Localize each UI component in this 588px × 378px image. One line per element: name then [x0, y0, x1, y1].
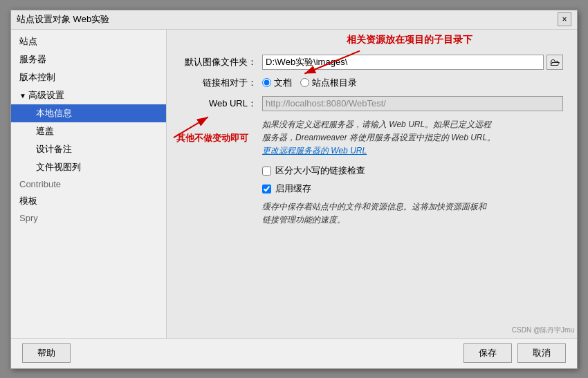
dialog-title: 站点设置对象 Web实验 [17, 13, 109, 26]
sidebar-item-contribute[interactable]: Contribute [11, 176, 166, 192]
weburl-change-link[interactable]: 更改远程服务器的 Web URL [262, 146, 367, 155]
weburl-info: 如果没有定义远程服务器，请输入 Web URL。如果已定义远程 服务器，Drea… [262, 118, 563, 158]
radio-doc-label: 文档 [274, 77, 292, 89]
checkbox-case-label: 区分大小写的链接检查 [275, 164, 365, 177]
sidebar-item-design-note[interactable]: 设计备注 [11, 140, 166, 158]
sidebar-item-mask[interactable]: 遮盖 [11, 122, 166, 140]
radio-doc[interactable]: 文档 [262, 77, 292, 89]
sidebar-item-version[interactable]: 版本控制 [11, 68, 166, 86]
main-panel: 相关资源放在项目的子目录下 默认图像文件夹： [167, 30, 577, 338]
cache-info: 缓存中保存着站点中的文件和资源信息。这将加快资源面板和 链接管理功能的速度。 [262, 200, 563, 227]
action-buttons: 保存 取消 [463, 343, 566, 363]
radio-group-link: 文档 站点根目录 [262, 77, 357, 89]
checkbox-case-row: 区分大小写的链接检查 [262, 164, 563, 177]
title-bar: 站点设置对象 Web实验 × [11, 10, 577, 30]
dialog: 站点设置对象 Web实验 × 站点 服务器 版本控制 高级设置 本地信息 遮盖 … [10, 10, 578, 369]
sidebar: 站点 服务器 版本控制 高级设置 本地信息 遮盖 设计备注 文件视图列 Cont… [11, 30, 167, 338]
close-button[interactable]: × [558, 12, 571, 26]
image-folder-input[interactable] [262, 55, 544, 70]
cache-info2: 链接管理功能的速度。 [262, 215, 345, 225]
radio-site-label: 站点根目录 [312, 77, 357, 89]
help-button[interactable]: 帮助 [22, 343, 71, 363]
image-folder-row: 默认图像文件夹： 🗁 [181, 55, 563, 70]
sidebar-item-local-info[interactable]: 本地信息 [11, 104, 166, 122]
sidebar-item-advanced[interactable]: 高级设置 [11, 86, 166, 104]
radio-site[interactable]: 站点根目录 [300, 77, 357, 89]
sidebar-item-file-view[interactable]: 文件视图列 [11, 158, 166, 176]
sidebar-item-site[interactable]: 站点 [11, 32, 166, 50]
sidebar-item-server[interactable]: 服务器 [11, 50, 166, 68]
sidebar-item-spry[interactable]: Spry [11, 210, 166, 226]
sidebar-item-template[interactable]: 模板 [11, 192, 166, 210]
link-relative-label: 链接相对于： [181, 77, 257, 89]
weburl-label: Web URL： [181, 97, 257, 110]
image-folder-label: 默认图像文件夹： [181, 56, 257, 68]
csdn-watermark: CSDN @陈丹宇Jmu [512, 325, 574, 335]
cancel-button[interactable]: 取消 [517, 343, 566, 363]
content-area: 站点 服务器 版本控制 高级设置 本地信息 遮盖 设计备注 文件视图列 Cont… [11, 30, 577, 338]
weburl-input[interactable] [262, 96, 563, 111]
cache-info1: 缓存中保存着站点中的文件和资源信息。这将加快资源面板和 [262, 202, 486, 211]
weburl-row: Web URL： [181, 96, 563, 111]
link-relative-row: 链接相对于： 文档 站点根目录 [181, 77, 563, 89]
radio-site-input[interactable] [300, 78, 309, 87]
bottom-bar: 帮助 保存 取消 [11, 338, 577, 368]
weburl-info-text1: 如果没有定义远程服务器，请输入 Web URL。如果已定义远程 [262, 120, 491, 129]
checkbox-cache-row: 启用缓存 [262, 182, 563, 195]
folder-icon: 🗁 [550, 57, 560, 68]
checkbox-cache[interactable] [262, 185, 271, 193]
annotation-left-text: 其他不做变动即可 [176, 132, 248, 144]
annotation-top: 相关资源放在项目的子目录下 [347, 34, 472, 46]
save-button[interactable]: 保存 [463, 343, 512, 363]
folder-browse-button[interactable]: 🗁 [546, 55, 563, 70]
checkbox-case[interactable] [262, 167, 271, 176]
checkbox-cache-label: 启用缓存 [275, 182, 311, 195]
weburl-info-text2: 服务器，Dreamweaver 将使用服务器设置中指定的 Web URL。 [262, 133, 495, 142]
radio-doc-input[interactable] [262, 78, 271, 87]
